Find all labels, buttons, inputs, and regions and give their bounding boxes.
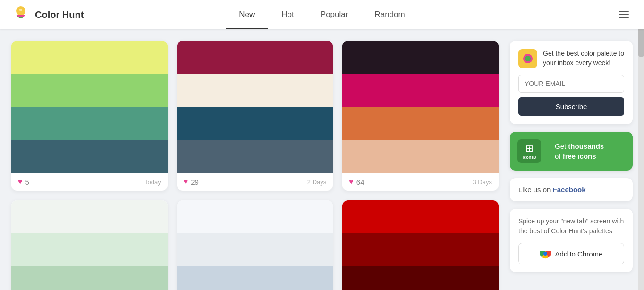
like-count: 64: [356, 178, 364, 186]
date-label: 3 Days: [473, 179, 492, 186]
color-strip-1[interactable]: [342, 200, 499, 233]
color-strip-4[interactable]: #3B6270: [11, 140, 168, 173]
color-strip-2[interactable]: #90D46E: [11, 74, 168, 107]
scrollbar-track[interactable]: [638, 0, 644, 290]
icons8-text: Get thousands of free icons: [555, 141, 604, 161]
palette-card: #231621 #CC085E #D9703A #E8B89A ♥ 64 3 D…: [342, 41, 499, 191]
like-count: 5: [25, 178, 29, 186]
subscribe-title: Get the best color palette to your inbox…: [543, 49, 624, 68]
color-strip-1[interactable]: #941840: [177, 41, 333, 74]
icons8-card[interactable]: ⊞ Icons8 Get thousands of free icons: [510, 132, 633, 171]
like-count: 29: [191, 178, 199, 186]
palette-footer: ♥ 29 2 Days: [177, 173, 333, 191]
nav-item-hot[interactable]: Hot: [268, 0, 307, 29]
add-to-chrome-label: Add to Chrome: [555, 250, 603, 258]
facebook-card[interactable]: Like us on Facebook: [510, 178, 633, 201]
palette-card: #941840 #F5EDE0 #1F5068 #4D6272 ♥ 29 2 D…: [177, 41, 333, 191]
svg-point-7: [543, 252, 547, 256]
nav-item-popular[interactable]: Popular: [307, 0, 362, 29]
color-strip-2[interactable]: [11, 233, 168, 266]
icons8-logo-text: Icons8: [523, 155, 536, 160]
color-strip-3[interactable]: [11, 266, 168, 290]
facebook-text: Like us on Facebook: [518, 186, 624, 194]
color-strip-3[interactable]: #4F9C82: [11, 107, 168, 140]
subscribe-button[interactable]: Subscribe: [518, 97, 624, 116]
subscribe-card: Get the best color palette to your inbox…: [510, 41, 633, 124]
svg-point-1: [19, 9, 22, 11]
palette-footer: ♥ 5 Today: [11, 173, 168, 191]
color-strip-1[interactable]: [177, 200, 333, 233]
date-label: Today: [144, 179, 161, 186]
heart-icon: ♥: [349, 178, 354, 186]
like-button[interactable]: ♥ 64: [349, 178, 364, 186]
color-strip-1[interactable]: [11, 200, 168, 233]
palette-colors: #E8F07A #90D46E #4F9C82 #3B6270: [11, 41, 168, 173]
heart-icon: ♥: [184, 178, 188, 186]
main-content: #E8F07A #90D46E #4F9C82 #3B6270 ♥ 5 Toda…: [0, 29, 644, 290]
palette-colors: [11, 200, 168, 290]
chrome-description: Spice up your "new tab" screen with the …: [518, 216, 624, 236]
color-strip-4[interactable]: #4D6272: [177, 140, 333, 173]
palette-card: [342, 200, 499, 290]
palette-colors: [177, 200, 333, 290]
palette-card: [11, 200, 168, 290]
color-strip-2[interactable]: [177, 233, 333, 266]
color-strip-2[interactable]: [342, 233, 499, 266]
icons8-icon: ⊞: [525, 143, 534, 154]
nav-item-random[interactable]: Random: [361, 0, 418, 29]
logo-area: Color Hunt: [11, 5, 106, 24]
palette-colors: [342, 200, 499, 290]
logo-icon: [11, 5, 30, 24]
nav-item-new[interactable]: New: [226, 0, 268, 29]
palette-footer: ♥ 64 3 Days: [342, 173, 499, 191]
heart-icon: ♥: [18, 178, 23, 186]
header-right: [538, 7, 633, 22]
email-input[interactable]: [518, 75, 624, 93]
color-strip-2[interactable]: #F5EDE0: [177, 74, 333, 107]
like-button[interactable]: ♥ 5: [18, 178, 29, 186]
color-strip-3[interactable]: #D9703A: [342, 107, 499, 140]
like-button[interactable]: ♥ 29: [184, 178, 199, 186]
add-to-chrome-button[interactable]: Add to Chrome: [518, 243, 624, 264]
main-nav: New Hot Popular Random: [106, 0, 538, 29]
header: Color Hunt New Hot Popular Random: [0, 0, 644, 29]
color-strip-2[interactable]: #CC085E: [342, 74, 499, 107]
color-strip-1[interactable]: #E8F07A: [11, 41, 168, 74]
icons8-logo: ⊞ Icons8: [517, 139, 541, 163]
color-strip-1[interactable]: #231621: [342, 41, 499, 74]
chrome-card: Spice up your "new tab" screen with the …: [510, 209, 633, 272]
svg-point-4: [525, 56, 531, 61]
palette-colors: #231621 #CC085E #D9703A #E8B89A: [342, 41, 499, 173]
icons8-divider: [548, 142, 548, 161]
menu-button[interactable]: [615, 7, 633, 22]
sidebar: Get the best color palette to your inbox…: [510, 41, 633, 290]
chrome-icon: [540, 248, 551, 259]
palette-grid: #E8F07A #90D46E #4F9C82 #3B6270 ♥ 5 Toda…: [11, 41, 499, 290]
palette-card: [177, 200, 333, 290]
palette-colors: #941840 #F5EDE0 #1F5068 #4D6272: [177, 41, 333, 173]
logo-text: Color Hunt: [35, 9, 84, 20]
date-label: 2 Days: [307, 179, 326, 186]
color-strip-3[interactable]: [342, 266, 499, 290]
subscribe-logo: [518, 49, 537, 68]
color-strip-3[interactable]: #1F5068: [177, 107, 333, 140]
color-strip-3[interactable]: [177, 266, 333, 290]
palette-card: #E8F07A #90D46E #4F9C82 #3B6270 ♥ 5 Toda…: [11, 41, 168, 191]
color-strip-4[interactable]: #E8B89A: [342, 140, 499, 173]
subscribe-header: Get the best color palette to your inbox…: [518, 49, 624, 68]
